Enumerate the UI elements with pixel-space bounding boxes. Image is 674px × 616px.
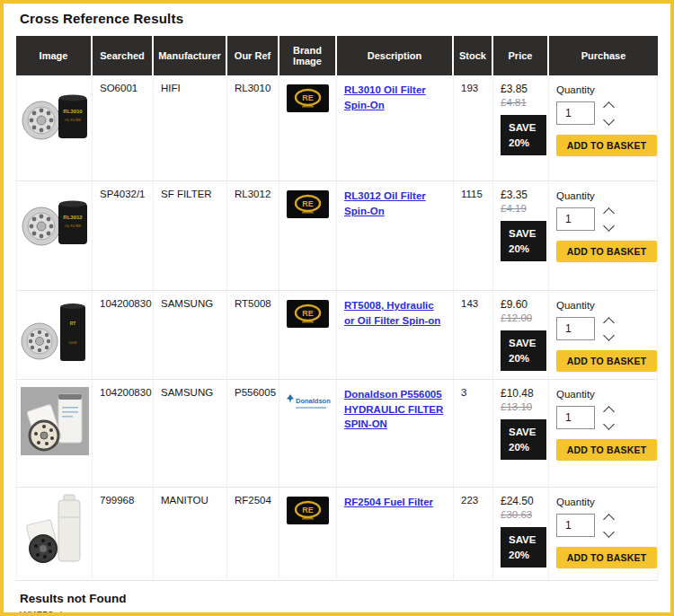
chevron-up-icon[interactable] — [603, 406, 615, 418]
table-row: RL3010 OIL FILTER SO6001 HIFI RL3010 RE … — [16, 75, 658, 181]
svg-text:RE: RE — [302, 506, 314, 515]
quantity-stepper[interactable] — [605, 408, 613, 428]
stock-count: 223 — [454, 488, 493, 581]
svg-text:OIL FILTER: OIL FILTER — [65, 119, 82, 122]
donaldson-logo: Donaldson — [287, 394, 331, 409]
chevron-down-icon[interactable] — [603, 418, 615, 430]
add-to-basket-button[interactable]: ADD TO BASKET — [556, 439, 657, 461]
save-badge: SAVE 20% — [501, 115, 546, 155]
price-old: £4.81 — [501, 97, 541, 108]
product-image-fuel-filter — [19, 491, 91, 574]
price-current: £24.50 — [501, 495, 541, 507]
re-filters-logo: RE — [287, 497, 329, 524]
save-badge: SAVE 20% — [501, 527, 546, 568]
quantity-input[interactable] — [556, 514, 595, 537]
add-to-basket-button[interactable]: ADD TO BASKET — [556, 241, 657, 262]
searched-ref: SO6001 — [93, 75, 154, 181]
quantity-label: Quantity — [556, 84, 650, 95]
stock-count: 3 — [454, 380, 493, 488]
col-header-price: Price — [493, 36, 549, 75]
results-not-found-heading: Results not Found — [20, 592, 658, 605]
product-description-link[interactable]: RT5008, Hydraulic or Oil Filter Spin-on — [344, 300, 440, 326]
col-header-image: Image — [16, 36, 93, 75]
quantity-label: Quantity — [556, 300, 650, 311]
save-badge: SAVE 20% — [501, 330, 546, 371]
col-header-manufacturer: Manufacturer — [154, 36, 227, 75]
quantity-stepper[interactable] — [605, 103, 613, 124]
svg-text:RT: RT — [70, 321, 76, 326]
table-row: 104200830 SAMSUNG P556005 Donaldson Dona — [16, 380, 658, 488]
price-current: £9.60 — [501, 298, 541, 311]
price-current: £3.35 — [501, 189, 541, 201]
results-not-found-value: WK753<br> — [20, 610, 658, 616]
cross-reference-table: Image Searched Manufacturer Our Ref Bran… — [16, 36, 658, 581]
add-to-basket-button[interactable]: ADD TO BASKET — [556, 350, 657, 372]
our-ref: RL3012 — [227, 181, 279, 291]
price-current: £10.48 — [501, 387, 541, 400]
searched-ref: 104200830 — [93, 380, 154, 488]
table-row: 799968 MANITOU RF2504 RE RF2504 Fuel Fil… — [16, 488, 658, 581]
add-to-basket-button[interactable]: ADD TO BASKET — [556, 135, 657, 156]
our-ref: RL3010 — [227, 75, 279, 181]
col-header-stock: Stock — [454, 36, 493, 75]
price-old: £30.63 — [501, 509, 541, 520]
svg-text:RE: RE — [302, 199, 314, 208]
svg-text:RE: RE — [302, 93, 314, 102]
quantity-stepper[interactable] — [605, 209, 613, 230]
product-description-link[interactable]: RF2504 Fuel Filter — [344, 497, 433, 507]
our-ref: RT5008 — [227, 291, 279, 380]
product-description-link[interactable]: RL3010 Oil Filter Spin-On — [344, 84, 426, 110]
quantity-input[interactable] — [556, 317, 595, 340]
quantity-input[interactable] — [556, 207, 595, 231]
chevron-up-icon[interactable] — [603, 101, 615, 113]
svg-text:OIL FILTER: OIL FILTER — [65, 224, 82, 228]
quantity-label: Quantity — [556, 497, 650, 507]
page-title: Cross Reference Results — [20, 11, 658, 26]
quantity-input[interactable] — [556, 101, 595, 125]
save-badge: SAVE 20% — [501, 221, 546, 261]
quantity-label: Quantity — [556, 190, 650, 201]
re-filters-logo: RE — [287, 84, 329, 112]
price-current: £3.85 — [501, 83, 541, 95]
quantity-label: Quantity — [556, 389, 650, 400]
quantity-stepper[interactable] — [605, 319, 613, 339]
chevron-up-icon[interactable] — [603, 514, 615, 525]
product-image-oil-filter: RL3012 OIL FILTER — [19, 185, 91, 255]
chevron-up-icon[interactable] — [603, 317, 615, 329]
re-filters-logo: RE — [287, 300, 329, 328]
stock-count: 1115 — [454, 181, 493, 291]
col-header-purchase: Purchase — [549, 36, 658, 75]
price-old: £13.10 — [501, 401, 541, 412]
our-ref: RF2504 — [227, 488, 279, 581]
searched-ref: 104200830 — [93, 291, 154, 380]
stock-count: 193 — [454, 75, 493, 181]
product-image-hydraulic-filter: RT 5008 — [19, 295, 91, 372]
save-badge: SAVE 20% — [501, 419, 546, 460]
product-description-link[interactable]: RL3012 Oil Filter Spin-On — [344, 190, 426, 216]
chevron-down-icon[interactable] — [603, 526, 615, 538]
col-header-description: Description — [337, 36, 454, 75]
chevron-down-icon[interactable] — [603, 220, 615, 232]
product-image-oil-filter: RL3010 OIL FILTER — [19, 79, 91, 149]
table-header-row: Image Searched Manufacturer Our Ref Bran… — [16, 36, 658, 75]
chevron-up-icon[interactable] — [603, 207, 615, 219]
product-description-link[interactable]: Donaldson P556005 HYDRAULIC FILTER SPIN-… — [344, 389, 443, 429]
quantity-stepper[interactable] — [605, 515, 613, 536]
svg-text:RE: RE — [302, 309, 314, 318]
searched-ref: 799968 — [93, 488, 154, 581]
add-to-basket-button[interactable]: ADD TO BASKET — [556, 547, 657, 568]
table-row: RT 5008 104200830 SAMSUNG RT5008 RE RT50… — [16, 291, 658, 380]
table-row: RL3012 OIL FILTER SP4032/1 SF FILTER RL3… — [16, 181, 658, 291]
donaldson-logo-icon — [287, 394, 294, 403]
product-image-donaldson-filter — [19, 383, 91, 459]
col-header-searched: Searched — [93, 36, 154, 75]
svg-text:RL3012: RL3012 — [63, 215, 83, 220]
quantity-input[interactable] — [556, 406, 595, 429]
our-ref: P556005 — [227, 380, 279, 488]
chevron-down-icon[interactable] — [603, 114, 615, 126]
manufacturer: SAMSUNG — [154, 380, 227, 488]
svg-text:RL3010: RL3010 — [63, 109, 83, 114]
manufacturer: SF FILTER — [154, 181, 227, 291]
col-header-our-ref: Our Ref — [227, 36, 279, 75]
chevron-down-icon[interactable] — [603, 330, 615, 341]
